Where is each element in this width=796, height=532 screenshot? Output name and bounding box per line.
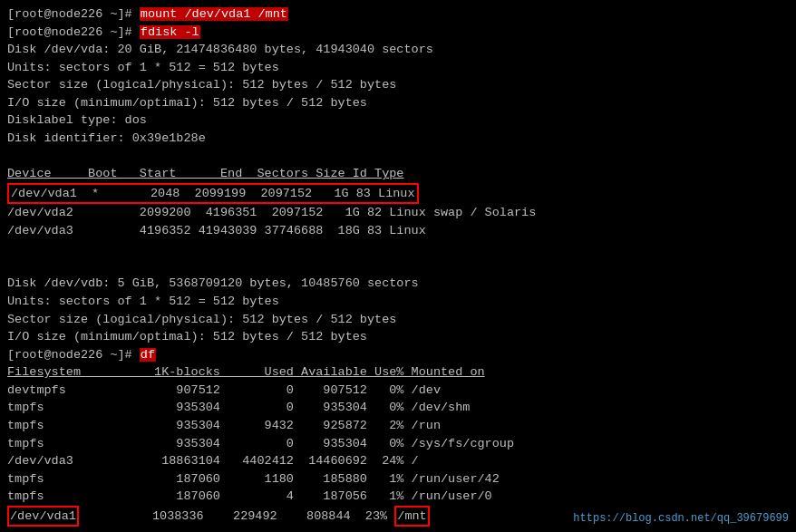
terminal: [root@node226 ~]# mount /dev/vda1 /mnt [… (0, 0, 796, 532)
df-header-text: Filesystem 1K-blocks Used Available Use%… (7, 365, 485, 379)
df-header: Filesystem 1K-blocks Used Available Use%… (7, 363, 789, 382)
fdisk-disklabel: Disklabel type: dos (7, 111, 789, 130)
df-vda3: /dev/vda3 18863104 4402412 14460692 24% … (7, 452, 789, 470)
fdisk-vdb-sector-size: Sector size (logical/physical): 512 byte… (7, 311, 789, 329)
fdisk-diskid: Disk identifier: 0x39e1b28e (7, 130, 789, 148)
empty-1 (7, 148, 789, 166)
partition-vda1-highlight: /dev/vda1 * 2048 2099199 2097152 1G 83 L… (7, 183, 419, 205)
partition-vda1-line: /dev/vda1 * 2048 2099199 2097152 1G 83 L… (7, 183, 789, 205)
df-vda1-data: 1038336 229492 808844 23% (79, 509, 394, 523)
line-df: [root@node226 ~]# df (7, 346, 789, 364)
df-vda1-device-highlight: /dev/vda1 (7, 506, 79, 527)
df-tmpfs-user0: tmpfs 187060 4 187056 1% /run/user/0 (7, 488, 789, 506)
fdisk-vdb-io-size: I/O size (minimum/optimal): 512 bytes / … (7, 328, 789, 346)
empty-2 (7, 239, 789, 257)
cmd-fdisk: fdisk -l (140, 25, 200, 39)
cmd-df: df (140, 348, 156, 362)
partition-vda2: /dev/vda2 2099200 4196351 2097152 1G 82 … (7, 204, 789, 222)
df-tmpfs-run: tmpfs 935304 9432 925872 2% /run (7, 417, 789, 435)
partition-header-text: Device Boot Start End Sectors Size Id Ty… (7, 167, 403, 180)
empty-3 (7, 257, 789, 276)
cmd-mount: mount /dev/vda1 /mnt (140, 7, 288, 21)
fdisk-units: Units: sectors of 1 * 512 = 512 bytes (7, 59, 789, 77)
watermark: https://blog.csdn.net/qq_39679699 (573, 512, 789, 525)
fdisk-disk-vda: Disk /dev/vda: 20 GiB, 21474836480 bytes… (7, 41, 789, 59)
prompt-1: [root@node226 ~]# (7, 7, 140, 21)
fdisk-disk-vdb: Disk /dev/vdb: 5 GiB, 5368709120 bytes, … (7, 275, 789, 293)
df-tmpfs-shm: tmpfs 935304 0 935304 0% /dev/shm (7, 399, 789, 417)
prompt-2: [root@node226 ~]# (7, 25, 140, 39)
df-tmpfs-user42: tmpfs 187060 1180 185880 1% /run/user/42 (7, 470, 789, 488)
df-vda1-mount-highlight: /mnt (394, 506, 429, 527)
line-1: [root@node226 ~]# mount /dev/vda1 /mnt (7, 5, 789, 24)
df-devtmpfs: devtmpfs 907512 0 907512 0% /dev (7, 382, 789, 400)
prompt-df: [root@node226 ~]# (7, 348, 140, 362)
line-2: [root@node226 ~]# fdisk -l (7, 24, 789, 42)
fdisk-sector-size: Sector size (logical/physical): 512 byte… (7, 76, 789, 94)
df-tmpfs-cgroup: tmpfs 935304 0 935304 0% /sys/fs/cgroup (7, 435, 789, 453)
partition-header: Device Boot Start End Sectors Size Id Ty… (7, 165, 789, 183)
fdisk-io-size: I/O size (minimum/optimal): 512 bytes / … (7, 94, 789, 112)
partition-vda3: /dev/vda3 4196352 41943039 37746688 18G … (7, 222, 789, 240)
fdisk-vdb-units: Units: sectors of 1 * 512 = 512 bytes (7, 293, 789, 311)
